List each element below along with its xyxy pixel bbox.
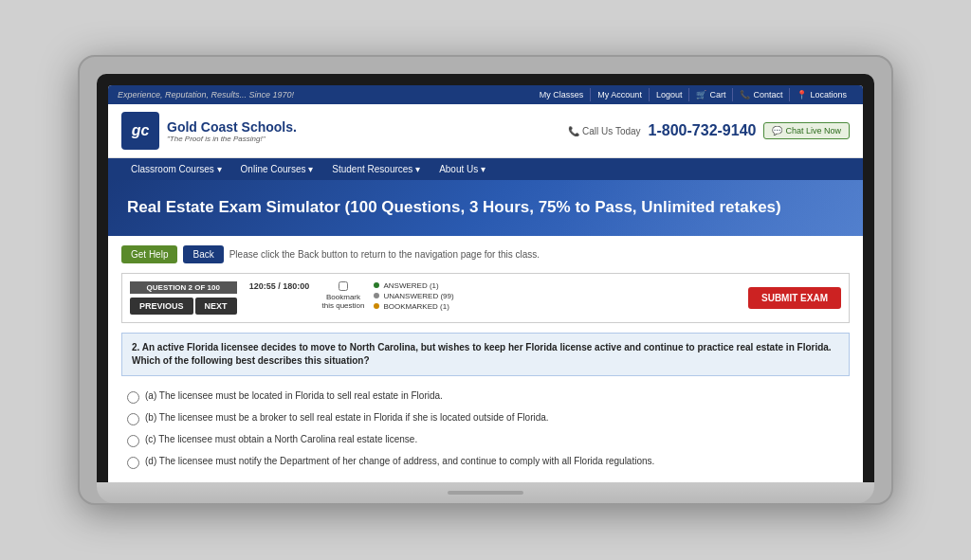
hero-banner: Real Estate Exam Simulator (100 Question… (108, 180, 863, 235)
stat-unanswered: UNANSWERED (99) (374, 292, 739, 300)
chat-button[interactable]: 💬 Chat Live Now (763, 122, 850, 139)
get-help-button[interactable]: Get Help (121, 245, 177, 263)
next-button[interactable]: NEXT (195, 298, 237, 315)
nav-student-resources[interactable]: Student Resources ▾ (322, 158, 430, 180)
top-nav-items: My Classes My Account Logout 🛒 Cart 📞 Co… (533, 88, 853, 101)
logo-area: gc Gold Coast Schools. "The Proof is in … (121, 112, 297, 150)
answer-option-a[interactable]: (a) The licensee must be located in Flor… (121, 386, 850, 407)
answer-option-d[interactable]: (d) The licensee must notify the Departm… (121, 451, 850, 473)
stats-section: ANSWERED (1) UNANSWERED (99) BOOKMARKED … (374, 281, 739, 311)
question-controls: QUESTION 2 OF 100 PREVIOUS NEXT 120:55 /… (121, 273, 850, 323)
nav-about-us[interactable]: About Us ▾ (430, 158, 495, 180)
question-counter: QUESTION 2 OF 100 (130, 281, 237, 294)
top-nav-myaccount[interactable]: My Account (590, 88, 649, 101)
site-header: gc Gold Coast Schools. "The Proof is in … (108, 104, 863, 158)
content-area: Get Help Back Please click the Back butt… (108, 236, 863, 482)
unanswered-dot (374, 293, 379, 298)
answer-option-b[interactable]: (b) The licensee must be a broker to sel… (121, 407, 850, 429)
answer-text-d: (d) The licensee must notify the Departm… (145, 455, 654, 468)
hero-title: Real Estate Exam Simulator (100 Question… (127, 197, 844, 218)
top-nav-locations[interactable]: 📍 Locations (789, 88, 853, 101)
logo-text: Gold Coast Schools. "The Proof is in the… (167, 119, 297, 143)
question-number: 2. (132, 342, 139, 352)
phone-number: 1-800-732-9140 (649, 122, 757, 139)
screen-bezel: Experience, Reputation, Results... Since… (97, 74, 874, 481)
answer-text-a: (a) The licensee must be located in Flor… (145, 389, 443, 403)
laptop-frame: Experience, Reputation, Results... Since… (78, 55, 893, 504)
bookmarked-dot (374, 303, 379, 309)
screen: Experience, Reputation, Results... Since… (108, 85, 863, 481)
answer-options: (a) The licensee must be located in Flor… (121, 386, 850, 473)
answer-radio-c[interactable] (127, 435, 139, 447)
bookmark-section[interactable]: Bookmarkthis question (322, 281, 365, 310)
phone-label: 📞 Call Us Today (568, 126, 640, 136)
toolbar-note: Please click the Back button to return t… (229, 249, 540, 260)
nav-buttons: PREVIOUS NEXT (130, 298, 237, 315)
nav-online-courses[interactable]: Online Courses ▾ (231, 158, 323, 180)
logo-name: Gold Coast Schools. (167, 119, 297, 135)
answered-dot (374, 282, 379, 288)
submit-exam-button[interactable]: SUBMIT EXAM (748, 287, 841, 309)
answer-radio-b[interactable] (127, 413, 139, 425)
laptop-base (97, 482, 874, 503)
previous-button[interactable]: PREVIOUS (130, 298, 193, 315)
bookmark-label: Bookmarkthis question (322, 293, 365, 310)
nav-classroom-courses[interactable]: Classroom Courses ▾ (121, 158, 231, 180)
phone-row: 📞 Call Us Today 1-800-732-9140 💬 Chat Li… (568, 122, 850, 139)
toolbar: Get Help Back Please click the Back butt… (121, 245, 850, 263)
top-nav-cart[interactable]: 🛒 Cart (688, 88, 732, 101)
logo-tagline: "The Proof is in the Passing!" (167, 135, 297, 143)
bookmark-checkbox[interactable] (339, 281, 348, 291)
stat-answered: ANSWERED (1) (374, 281, 739, 290)
main-nav: Classroom Courses ▾ Online Courses ▾ Stu… (108, 158, 863, 180)
logo-icon: gc (121, 112, 159, 150)
question-nav: QUESTION 2 OF 100 PREVIOUS NEXT (130, 281, 237, 315)
question-body: An active Florida licensee decides to mo… (132, 342, 832, 366)
answer-text-c: (c) The licensee must obtain a North Car… (145, 433, 417, 446)
top-nav-bar: Experience, Reputation, Results... Since… (108, 85, 863, 104)
top-nav-logout[interactable]: Logout (649, 88, 689, 101)
answer-text-b: (b) The licensee must be a broker to sel… (145, 411, 549, 425)
timer-section: 120:55 / 180:00 (247, 281, 313, 291)
trackpad-notch (448, 491, 523, 495)
question-text: 2. An active Florida licensee decides to… (121, 333, 850, 376)
top-tagline: Experience, Reputation, Results... Since… (118, 90, 294, 99)
top-nav-contact[interactable]: 📞 Contact (732, 88, 789, 101)
back-button[interactable]: Back (183, 245, 223, 263)
timer-display: 120:55 / 180:00 (249, 281, 310, 291)
top-nav-myclasses[interactable]: My Classes (533, 88, 591, 101)
answer-option-c[interactable]: (c) The licensee must obtain a North Car… (121, 429, 850, 451)
answer-radio-a[interactable] (127, 391, 139, 404)
stat-bookmarked: BOOKMARKED (1) (374, 302, 739, 311)
answer-radio-d[interactable] (127, 457, 139, 469)
header-right: 📞 Call Us Today 1-800-732-9140 💬 Chat Li… (568, 122, 850, 139)
